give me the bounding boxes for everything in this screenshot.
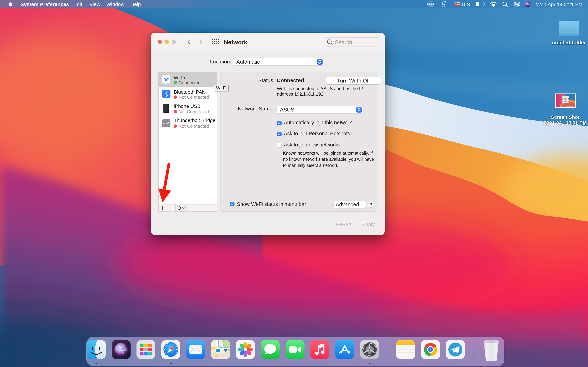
svg-text:280: 280: [224, 350, 227, 351]
